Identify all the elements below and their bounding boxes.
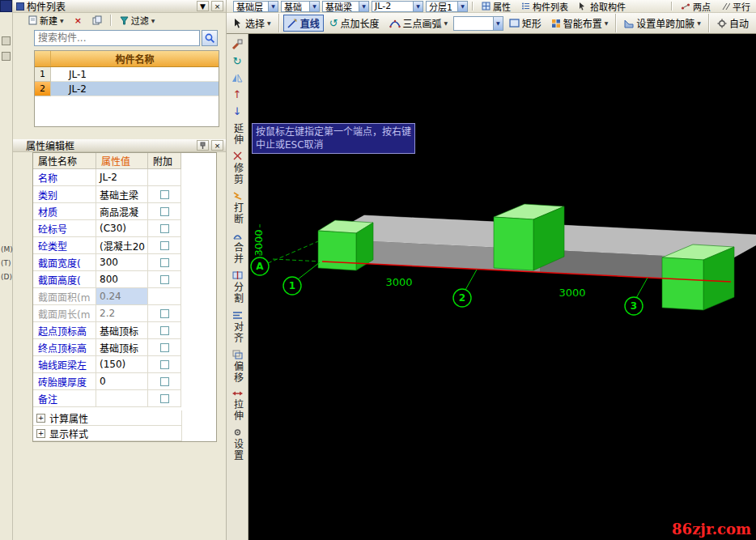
stretch-tool[interactable]: 拉伸 [227,389,247,423]
move-down-tool[interactable]: ↓ [227,105,247,118]
component-list-button[interactable]: 构件列表 [517,0,572,13]
extra-checkbox[interactable] [160,207,169,216]
trim-icon [232,151,243,161]
property-value[interactable]: (混凝土20 [96,237,148,254]
auto-generate-button[interactable]: 自动 [713,15,753,32]
pier-middle[interactable] [494,204,564,270]
align-tool[interactable]: 对齐 [227,309,247,345]
property-value[interactable]: 0 [96,373,148,390]
pier-front-face[interactable] [494,217,533,270]
property-value[interactable]: (150) [96,356,148,373]
component-row[interactable]: 1 JL-1 [35,67,219,82]
expand-icon[interactable]: + [36,429,45,438]
property-value[interactable]: 800 [96,271,148,288]
property-value[interactable] [96,390,148,407]
extend-tool[interactable]: 延伸 [227,122,247,147]
edge-tool-icon[interactable] [2,36,11,45]
property-value[interactable]: 商品混凝 [96,203,148,220]
extra-checkbox[interactable] [160,258,169,267]
mirror-tool[interactable] [227,72,247,84]
merge-tool[interactable]: 合并 [227,230,247,266]
pick-component-button[interactable]: 拾取构件 [575,0,630,13]
property-value[interactable]: (C30) [96,220,148,237]
panel-menu-button[interactable]: ▼ [197,1,209,11]
two-point-axis-button[interactable]: 两点 [677,0,715,13]
brush-tool[interactable] [227,38,247,51]
smart-layout-button[interactable]: 智能布置▼ [547,15,613,32]
property-value[interactable]: JL-2 [96,169,148,186]
floor-combo[interactable]: 基础层▼ [233,1,278,12]
break-tool[interactable]: 打断 [227,190,247,226]
row-number: 2 [35,82,51,96]
component-row-selected[interactable]: 2 JL-2 [35,82,219,96]
edge-tool-icon[interactable] [2,52,11,61]
axis-bubble-2[interactable]: 2 [453,289,471,307]
group-label: 显示样式 [49,427,88,440]
extra-checkbox[interactable] [160,241,169,250]
extra-checkbox[interactable] [160,190,169,199]
component-name[interactable]: JL-1 [51,67,219,82]
panel-close-button[interactable]: × [211,1,223,11]
settings-tool[interactable]: 设置 [227,427,247,462]
arc-option-combo[interactable]: ▼ [453,16,503,31]
chevron-down-icon[interactable]: ▼ [268,2,278,11]
component-list-panel: 构件列表 ▼ × 新建▼ × 过滤▼ [13,0,227,540]
extra-checkbox[interactable] [160,224,169,233]
chevron-down-icon[interactable]: ▼ [457,2,467,11]
extra-checkbox[interactable] [160,309,169,318]
component-name[interactable]: JL-2 [51,82,219,96]
line-tool-button[interactable]: 直线 [283,15,324,32]
chevron-down-icon[interactable]: ▼ [309,2,319,11]
chevron-down-icon[interactable]: ▼ [359,2,368,11]
axis-bubble-3[interactable]: 3 [625,297,643,315]
attributes-button[interactable]: 属性 [478,0,515,13]
extra-checkbox[interactable] [160,377,169,386]
search-input[interactable] [34,30,200,46]
offset-tool[interactable]: 偏移 [227,349,247,385]
pier-front-face[interactable] [662,257,703,310]
axis-bubble-1[interactable]: 1 [283,277,301,295]
haunch-settings-button[interactable]: 设置单跨加腋▼ [620,15,705,32]
search-button[interactable] [202,30,218,46]
extra-checkbox[interactable] [160,360,169,369]
group-row-display[interactable]: + 显示样式 [33,426,182,441]
extra-checkbox[interactable] [160,394,169,403]
rotate-tool[interactable]: ↻ [227,55,247,68]
settings-gear-icon [232,427,243,437]
copy-component-button[interactable] [88,14,106,27]
property-value[interactable]: 基础顶标 [96,339,148,356]
group-row-calc[interactable]: + 计算属性 [33,410,182,426]
expand-icon[interactable]: + [36,414,45,423]
new-component-button[interactable]: 新建▼ [24,14,68,27]
select-button[interactable]: 选择▼ [230,15,275,32]
pier-front-face[interactable] [318,231,356,270]
type-combo[interactable]: 基础梁▼ [322,1,369,12]
pier-right[interactable] [662,244,734,310]
three-point-arc-button[interactable]: 三点画弧▼ [385,15,452,32]
property-value[interactable]: 基础顶标 [96,322,148,339]
3d-scene[interactable]: 1 2 3 A 3000 3000 3000 [248,34,756,540]
layer-combo[interactable]: 分层1▼ [426,1,468,12]
move-up-tool[interactable]: ↑ [227,88,247,101]
point-add-length-button[interactable]: ↺ 点加长度 [325,15,384,32]
mirror-icon [231,73,243,83]
chevron-down-icon[interactable]: ▼ [493,17,503,30]
chevron-down-icon[interactable]: ▼ [413,2,423,11]
split-tool[interactable]: 分割 [227,270,247,305]
delete-component-button[interactable]: × [70,14,86,27]
component-combo[interactable]: JL-2▼ [372,1,423,12]
pin-button[interactable] [197,140,209,151]
property-close-button[interactable]: × [211,140,223,151]
parallel-axis-button[interactable]: 平行 [717,0,754,13]
extra-checkbox[interactable] [160,326,169,335]
extra-checkbox[interactable] [160,275,169,284]
axis-bubble-a[interactable]: A [251,257,269,275]
extra-checkbox[interactable] [160,343,169,352]
rectangle-tool-button[interactable]: 矩形 [505,15,546,32]
category-combo[interactable]: 基础▼ [281,1,320,12]
trim-tool[interactable]: 修剪 [227,151,247,186]
property-value[interactable]: 基础主梁 [96,186,148,203]
filter-button[interactable]: 过滤▼ [116,14,159,27]
drawing-canvas[interactable]: 1 2 3 A 3000 3000 3000 按鼠标左键指定第一个端点，按右键中… [248,34,756,540]
property-value[interactable]: 300 [96,254,148,271]
